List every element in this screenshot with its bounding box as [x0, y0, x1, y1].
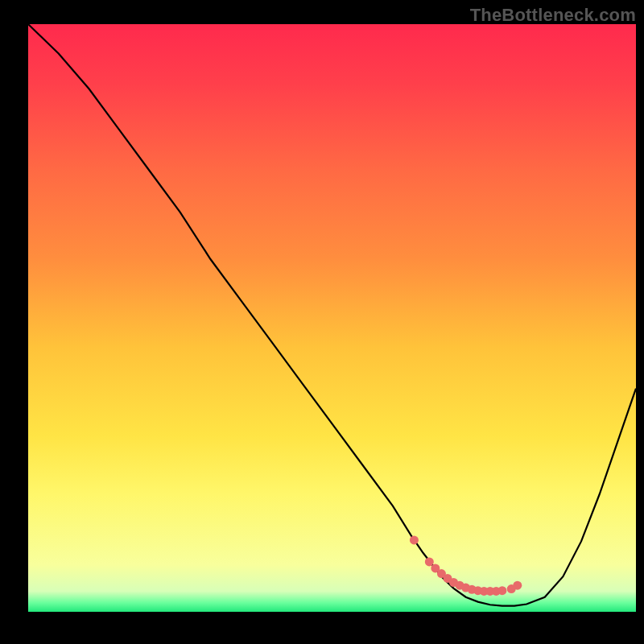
marker-dot [513, 581, 522, 590]
marker-dot [410, 535, 419, 544]
marker-dot [497, 586, 506, 595]
marker-dot [425, 557, 434, 566]
plot-background [28, 24, 636, 612]
chart-container: TheBottleneck.com [0, 0, 644, 644]
watermark-text: TheBottleneck.com [470, 5, 636, 26]
bottleneck-chart [0, 0, 644, 644]
